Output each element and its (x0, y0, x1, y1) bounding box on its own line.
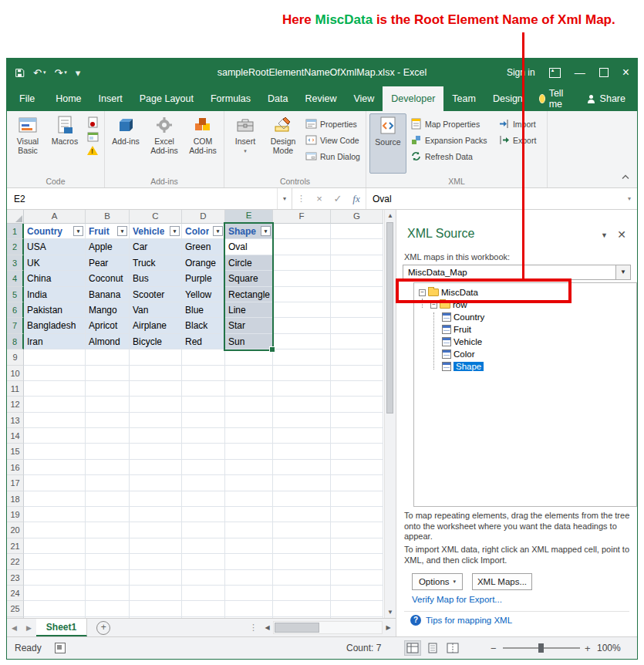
cell-E21[interactable] (225, 538, 273, 554)
cell-C13[interactable] (130, 413, 182, 428)
cell-F15[interactable] (273, 444, 331, 459)
com-addins-button[interactable]: COM Add-ins (185, 113, 221, 174)
row-header-4[interactable]: 4 (7, 271, 24, 286)
cell-E3[interactable]: Circle (225, 255, 273, 271)
zoom-slider-track[interactable] (503, 647, 580, 649)
cell-D24[interactable] (182, 586, 225, 601)
sheet-nav-left-icon[interactable]: ◀ (7, 624, 22, 632)
cancel-icon[interactable]: × (310, 193, 329, 204)
cell-A21[interactable] (24, 538, 86, 554)
cell-C15[interactable] (130, 444, 182, 459)
xml-tree-item-fruit[interactable]: Fruit (414, 323, 636, 336)
pane-options-icon[interactable]: ▼ (601, 231, 608, 239)
macro-security-warning-icon[interactable] (87, 146, 98, 155)
cell-D23[interactable] (182, 570, 225, 586)
save-icon[interactable] (15, 68, 25, 78)
cell-A15[interactable] (24, 444, 86, 459)
cell-E8[interactable]: Sun (225, 334, 273, 349)
cell-G18[interactable] (331, 491, 383, 507)
redo-dropdown-icon[interactable]: ▾ (64, 69, 67, 76)
zoom-in-button[interactable]: + (585, 637, 591, 659)
cell-C21[interactable] (130, 538, 182, 554)
cell-E1[interactable]: Shape▾ (225, 224, 273, 239)
enter-icon[interactable]: ✓ (329, 193, 347, 204)
column-header-D[interactable]: D (182, 210, 225, 224)
visual-basic-button[interactable]: Visual Basic (10, 113, 46, 174)
options-button[interactable]: Options ▾ (412, 573, 463, 590)
cell-G11[interactable] (331, 381, 383, 397)
cell-F6[interactable] (273, 302, 331, 318)
cell-A9[interactable] (24, 349, 86, 365)
cell-G23[interactable] (331, 570, 383, 586)
tips-link[interactable]: Tips for mapping XML (426, 616, 512, 625)
cell-B1[interactable]: Fruit▾ (86, 224, 130, 239)
cell-D6[interactable]: Blue (182, 302, 225, 318)
scroll-up-icon[interactable]: ▲ (385, 210, 396, 221)
row-header-5[interactable]: 5 (7, 287, 24, 302)
cell-G7[interactable] (331, 318, 383, 333)
cell-F19[interactable] (273, 507, 331, 522)
column-header-E[interactable]: E (225, 210, 273, 224)
export-button[interactable]: Export (496, 132, 544, 148)
xml-map-dropdown-icon[interactable]: ▼ (615, 265, 630, 279)
row-header-6[interactable]: 6 (7, 302, 24, 318)
formula-bar-input[interactable]: Oval (366, 188, 622, 209)
ribbon-tab-file[interactable]: File (7, 86, 47, 111)
cell-G21[interactable] (331, 538, 383, 554)
cell-F13[interactable] (273, 413, 331, 428)
cell-A3[interactable]: UK (24, 255, 86, 271)
cell-E15[interactable] (225, 444, 273, 459)
row-header-2[interactable]: 2 (7, 239, 24, 255)
row-header-3[interactable]: 3 (7, 255, 24, 271)
cell-A6[interactable]: Pakistan (24, 302, 86, 318)
cell-F16[interactable] (273, 460, 331, 475)
cell-E5[interactable]: Rectangle (225, 287, 273, 302)
source-button[interactable]: Source (369, 113, 406, 174)
addins-button[interactable]: Add-ins (108, 113, 143, 174)
xml-tree-item-vehicle[interactable]: Vehicle (414, 336, 636, 348)
cell-A2[interactable]: USA (24, 239, 86, 255)
zoom-out-button[interactable]: − (491, 637, 497, 659)
cell-B2[interactable]: Apple (86, 239, 130, 255)
row-header-1[interactable]: 1 (7, 224, 24, 239)
row-header-23[interactable]: 23 (7, 570, 24, 586)
row-header-11[interactable]: 11 (7, 381, 24, 397)
cell-G5[interactable] (331, 287, 383, 302)
cell-G12[interactable] (331, 397, 383, 412)
cell-G19[interactable] (331, 507, 383, 522)
cell-E7[interactable]: Star (225, 318, 273, 333)
cell-C10[interactable] (130, 366, 182, 381)
customize-qat-icon[interactable]: ▾ (76, 67, 81, 79)
cell-D2[interactable]: Green (182, 239, 225, 255)
cell-D25[interactable] (182, 601, 225, 616)
column-header-F[interactable]: F (273, 210, 331, 224)
cell-E19[interactable] (225, 507, 273, 522)
filter-dropdown-icon[interactable]: ▾ (261, 226, 271, 236)
cell-B12[interactable] (86, 397, 130, 412)
ribbon-collapse-icon[interactable] (622, 173, 629, 181)
column-header-B[interactable]: B (86, 210, 130, 224)
map-properties-button[interactable]: Map Properties (408, 116, 494, 132)
cell-G10[interactable] (331, 366, 383, 381)
sign-in-button[interactable]: Sign in (507, 67, 535, 78)
formula-bar-expand-icon[interactable]: ▾ (622, 195, 637, 202)
cell-A23[interactable] (24, 570, 86, 586)
cell-A19[interactable] (24, 507, 86, 522)
cell-C23[interactable] (130, 570, 182, 586)
cell-E12[interactable] (225, 397, 273, 412)
cell-E9[interactable] (225, 349, 273, 365)
cell-F17[interactable] (273, 475, 331, 491)
macros-button[interactable]: Macros (47, 113, 83, 174)
cell-E22[interactable] (225, 554, 273, 569)
cell-C1[interactable]: Vehicle▾ (130, 224, 182, 239)
vertical-scrollbar[interactable]: ▲ ▼ (384, 210, 396, 618)
cell-D7[interactable]: Black (182, 318, 225, 333)
cell-C16[interactable] (130, 460, 182, 475)
cell-A11[interactable] (24, 381, 86, 397)
cell-B6[interactable]: Mango (86, 302, 130, 318)
ribbon-tab-formulas[interactable]: Formulas (202, 86, 259, 111)
cell-C8[interactable]: Bicycle (130, 334, 182, 349)
cell-G22[interactable] (331, 554, 383, 569)
row-header-8[interactable]: 8 (7, 334, 24, 349)
cell-A20[interactable] (24, 522, 86, 538)
